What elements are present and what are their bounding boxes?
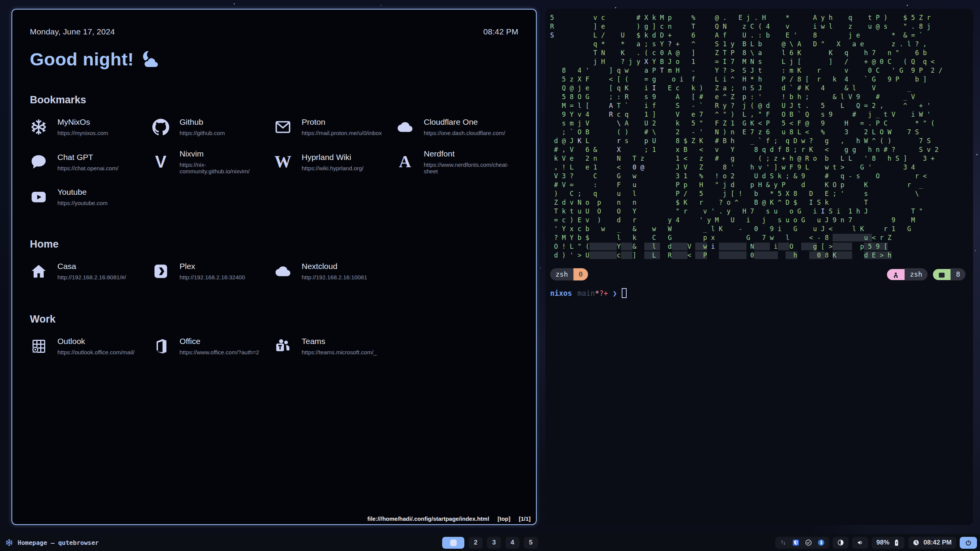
prompt-symbol: ❯ — [612, 289, 617, 297]
desktop: { "startpage": { "date": "Monday, June 1… — [0, 0, 980, 551]
waybar: Homepage — qutebrowser 2345 98% 08:42 PM — [0, 534, 980, 551]
link-item[interactable]: Teams https://teams.microsoft.com/_ — [274, 337, 396, 355]
clock-time: 08:42 PM — [923, 539, 952, 546]
link-item[interactable]: Chat GPT https://chat.openai.com/ — [30, 149, 152, 174]
link-item[interactable]: Nextcloud http://192.168.2.16:10081 — [274, 262, 396, 280]
link-title: Chat GPT — [57, 153, 118, 162]
shell-prompt[interactable]: nixos main * ?+ ❯ — [550, 288, 973, 298]
check-circle-icon[interactable] — [805, 539, 812, 546]
tab-zsh[interactable]: zsh 0 — [550, 268, 588, 280]
clock-module[interactable]: 08:42 PM — [908, 537, 956, 549]
link-item[interactable]: V Nixvim https://nix-community.github.io… — [152, 149, 274, 174]
section-grid: Casa http://192.168.2.16:8081/#/ Plex ht… — [30, 262, 518, 280]
home-icon — [30, 262, 47, 280]
nightlight-module[interactable] — [833, 537, 849, 549]
qutebrowser-statusbar: file:///home/hadi/.config/startpage/inde… — [364, 514, 534, 523]
user-icon — [887, 269, 905, 280]
link-item[interactable]: Casa http://192.168.2.16:8081/#/ — [30, 262, 152, 280]
link-item[interactable]: Youtube https://youtube.com — [30, 187, 152, 206]
power-icon — [965, 540, 972, 546]
link-title: Hyprland Wiki — [302, 153, 364, 162]
snowflake-icon — [30, 118, 47, 136]
cloud-icon — [396, 118, 414, 136]
letter-w-icon: W — [274, 153, 292, 171]
workspaces-module: 2345 — [442, 537, 538, 549]
startpage-header: Monday, June 17, 2024 08:42 PM — [30, 27, 518, 36]
letter-v-icon: V — [152, 153, 170, 171]
pane-count: 8 — [951, 268, 965, 280]
link-item[interactable]: MyNixOs https://mynixos.com — [30, 117, 152, 136]
tab-bar-right: zsh 8 — [887, 268, 965, 280]
link-title: MyNixOs — [57, 117, 108, 127]
statusbar-url: file:///home/hadi/.config/startpage/inde… — [367, 515, 489, 522]
link-item[interactable]: Office https://www.office.com/?auth=2 — [152, 337, 274, 355]
link-url: https://outlook.office.com/mail/ — [57, 349, 134, 355]
date-label: Monday, June 17, 2024 — [30, 27, 115, 36]
terminal-icon — [933, 269, 951, 280]
battery-percent: 98% — [876, 539, 889, 546]
link-title: Proton — [302, 117, 382, 127]
link-item[interactable]: Cloudflare One https://one.dash.cloudfla… — [396, 117, 518, 136]
volume-module[interactable] — [852, 537, 868, 549]
clock-icon — [913, 539, 920, 546]
battery-charging-icon — [893, 539, 900, 546]
startpage-section: Bookmarks MyNixOs https://mynixos.com Gi… — [30, 94, 518, 206]
link-url: https://nix-community.github.io/nixvim/ — [180, 161, 274, 174]
system-tray — [775, 537, 829, 549]
section-grid: Outlook https://outlook.office.com/mail/… — [30, 337, 518, 355]
battery-module[interactable]: 98% — [872, 537, 905, 549]
link-item[interactable]: Proton https://mail.proton.me/u/0/inbox — [274, 117, 396, 136]
link-title: Nextcloud — [302, 262, 367, 271]
statusbar-tab-counter: [1/1] — [519, 515, 531, 522]
link-url: https://mynixos.com — [57, 130, 108, 136]
mail-icon — [274, 118, 292, 136]
link-item[interactable]: Outlook https://outlook.office.com/mail/ — [30, 337, 152, 355]
workspace-1-active[interactable] — [442, 537, 464, 549]
workspace-3[interactable]: 3 — [487, 537, 501, 549]
time-label: 08:42 PM — [483, 27, 519, 36]
prompt-git-star: * — [595, 289, 599, 297]
link-title: Nerdfont — [424, 149, 518, 158]
link-url: https://one.dash.cloudflare.com/ — [424, 130, 505, 136]
office-icon — [152, 337, 170, 355]
statusbar-scroll-position: [top] — [498, 515, 510, 522]
link-url: http://192.168.2.16:32400 — [180, 274, 245, 280]
link-url: https://github.com — [180, 130, 225, 136]
greeting-text: Good night! — [30, 49, 134, 70]
session-shell-label: zsh — [905, 268, 928, 280]
waybar-window-title-module: Homepage — qutebrowser — [3, 539, 99, 546]
bluetooth-icon[interactable] — [818, 539, 825, 546]
chat-icon — [30, 153, 47, 171]
section-grid: MyNixOs https://mynixos.com Github https… — [30, 117, 518, 206]
link-title: Plex — [180, 262, 245, 271]
bitwarden-shield-icon[interactable] — [792, 539, 799, 546]
link-url: https://wiki.hyprland.org/ — [302, 165, 364, 171]
tab-shell-label: zsh — [550, 268, 573, 280]
link-title: Cloudflare One — [424, 117, 505, 127]
link-item[interactable]: W Hyprland Wiki https://wiki.hyprland.or… — [274, 149, 396, 174]
session-user-widget: zsh — [887, 268, 928, 280]
link-title: Outlook — [57, 337, 134, 346]
prompt-git-branch: main — [577, 289, 595, 297]
kdeconnect-icon[interactable] — [780, 539, 787, 546]
plex-icon — [152, 262, 170, 280]
link-title: Teams — [302, 337, 377, 346]
pane-count-widget: 8 — [933, 268, 965, 280]
link-title: Office — [180, 337, 259, 346]
power-button[interactable] — [960, 537, 977, 549]
teams-icon — [274, 337, 292, 355]
zellij-tab-bar: zsh 0 zsh 8 — [550, 268, 973, 280]
terminal-window: 5 v c # X k M p % @ . E j . H * A y h q … — [546, 9, 973, 525]
workspace-5[interactable]: 5 — [524, 537, 538, 549]
workspace-4[interactable]: 4 — [505, 537, 519, 549]
link-item[interactable]: Plex http://192.168.2.16:32400 — [152, 262, 274, 280]
github-icon — [152, 118, 170, 136]
link-item[interactable]: Github https://github.com — [152, 117, 274, 136]
link-item[interactable]: A Nerdfont https://www.nerdfonts.com/che… — [396, 149, 518, 174]
qutebrowser-window: Monday, June 17, 2024 08:42 PM Good nigh… — [11, 9, 537, 525]
youtube-icon — [30, 188, 47, 206]
cmatrix-rain: 5 v c # X k M p % @ . E j . H * A y h q … — [550, 13, 973, 260]
workspace-2[interactable]: 2 — [469, 537, 483, 549]
greeting: Good night! — [30, 49, 518, 70]
startpage-section: Work Outlook https://outlook.office.com/… — [30, 313, 518, 355]
